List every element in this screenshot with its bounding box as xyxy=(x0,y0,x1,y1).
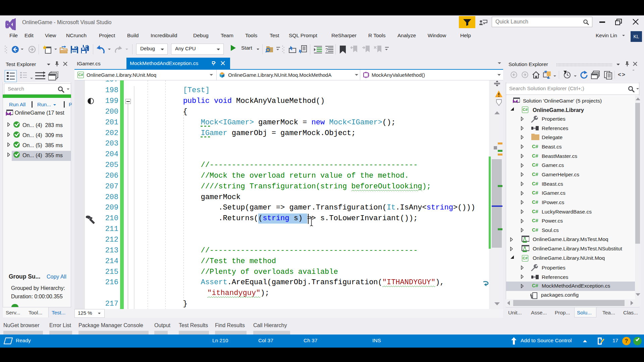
svg-text:?: ? xyxy=(325,47,328,53)
